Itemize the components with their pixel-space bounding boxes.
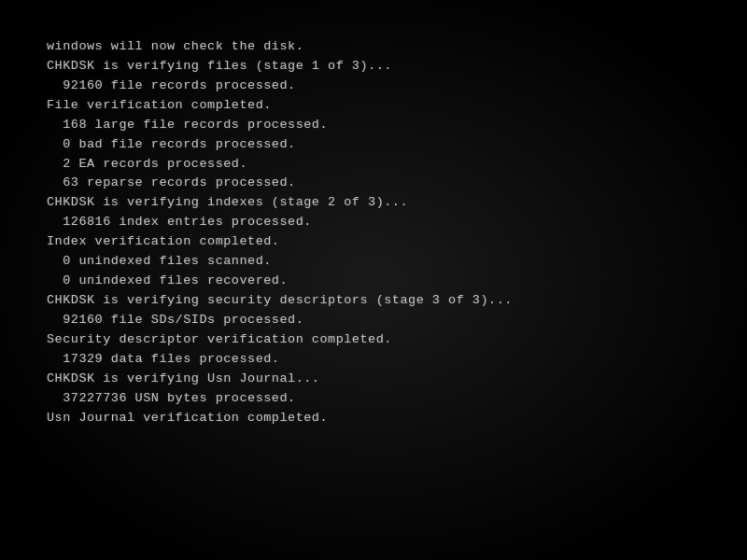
terminal-line: 37227736 USN bytes processed. — [47, 389, 513, 409]
terminal-line: CHKDSK is verifying indexes (stage 2 of … — [47, 193, 513, 213]
terminal-line: Security descriptor verification complet… — [47, 330, 513, 350]
terminal-line: 17329 data files processed. — [47, 350, 513, 370]
terminal-line: windows will now check the disk. — [47, 37, 513, 57]
terminal-line: 0 unindexed files recovered. — [47, 272, 513, 291]
terminal-line: 168 large file records processed. — [47, 116, 513, 135]
terminal-output: windows will now check the disk.CHKDSK i… — [47, 37, 513, 427]
terminal-line: CHKDSK is verifying Usn Journal... — [47, 370, 513, 389]
terminal-line: 63 reparse records processed. — [47, 174, 513, 193]
terminal-line: Index verification completed. — [47, 232, 513, 252]
terminal-line: File verification completed. — [47, 96, 513, 116]
terminal-line: 92160 file SDs/SIDs processed. — [47, 311, 513, 330]
terminal-line: Usn Journal verification completed. — [47, 409, 513, 428]
terminal-line: CHKDSK is verifying files (stage 1 of 3)… — [47, 57, 513, 77]
terminal-line: 0 bad file records processed. — [47, 135, 513, 155]
terminal-line: 0 unindexed files scanned. — [47, 252, 513, 272]
terminal-line: 126816 index entries processed. — [47, 213, 513, 232]
terminal-line: 92160 file records processed. — [47, 77, 513, 96]
terminal-line: 2 EA records processed. — [47, 155, 513, 175]
terminal-line: CHKDSK is verifying security descriptors… — [47, 291, 513, 311]
chkdsk-screen: windows will now check the disk.CHKDSK i… — [0, 0, 747, 560]
